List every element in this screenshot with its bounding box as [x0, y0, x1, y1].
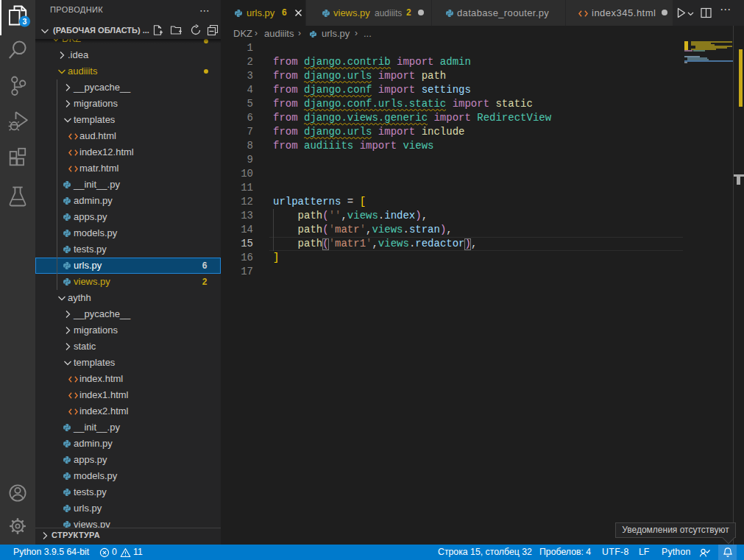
svg-text:3: 3 [23, 17, 27, 26]
